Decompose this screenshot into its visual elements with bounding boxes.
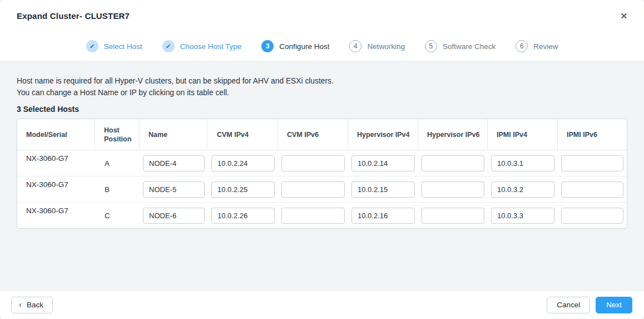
back-button[interactable]: ‹ Back xyxy=(11,297,53,313)
step-software-check: 5 Software Check xyxy=(425,40,496,52)
model-serial-cell: NX-3060-G7 xyxy=(17,176,95,202)
ipmi-ipv6-input[interactable] xyxy=(561,208,623,224)
check-icon: ✓ xyxy=(86,40,98,52)
col-header-ipmi-ipv6: IPMI IPv6 xyxy=(558,119,627,150)
check-icon: ✓ xyxy=(162,40,175,52)
expand-cluster-dialog: Expand Cluster- CLUSTER7 ✕ ✓ Select Host… xyxy=(0,0,644,319)
step-number-badge: 4 xyxy=(349,40,361,52)
ipmi-ipv4-input[interactable] xyxy=(491,208,554,224)
hypervisor-ipv4-input[interactable] xyxy=(351,208,415,224)
selected-hosts-count: 3 Selected Hosts xyxy=(17,105,627,114)
cancel-button-label: Cancel xyxy=(557,301,580,309)
ipmi-ipv6-input[interactable] xyxy=(561,155,623,171)
cvm-ipv6-input[interactable] xyxy=(281,208,345,224)
back-button-label: Back xyxy=(27,301,43,309)
dialog-footer: ‹ Back Cancel Next xyxy=(0,290,644,319)
step-label: Review xyxy=(533,42,558,51)
col-header-name: Name xyxy=(140,119,208,150)
model-serial-cell: NX-3060-G7 xyxy=(17,203,95,228)
next-button[interactable]: Next xyxy=(596,297,632,313)
table-row: NX-3060-G7 B xyxy=(17,176,627,203)
model-serial-cell: NX-3060-G7 xyxy=(17,150,95,176)
dialog-header: Expand Cluster- CLUSTER7 ✕ xyxy=(0,0,644,32)
cvm-ipv4-input[interactable] xyxy=(211,155,275,171)
chevron-left-icon: ‹ xyxy=(19,300,22,308)
step-label: Software Check xyxy=(443,42,496,51)
step-choose-host-type[interactable]: ✓ Choose Host Type xyxy=(162,40,242,52)
ipmi-ipv4-input[interactable] xyxy=(491,181,554,198)
table-row: NX-3060-G7 C xyxy=(17,203,627,228)
step-review: 6 Review xyxy=(516,40,558,52)
hypervisor-ipv4-input[interactable] xyxy=(351,181,415,198)
hypervisor-ipv6-input[interactable] xyxy=(422,155,484,171)
close-icon: ✕ xyxy=(620,11,627,21)
cvm-ipv4-input[interactable] xyxy=(211,181,275,198)
hypervisor-ipv4-input[interactable] xyxy=(351,155,415,171)
hypervisor-ipv6-input[interactable] xyxy=(422,208,484,224)
next-button-label: Next xyxy=(606,301,622,309)
step-label: Choose Host Type xyxy=(180,42,242,51)
col-header-hypervisor-ipv6: Hypervisor IPv6 xyxy=(418,119,488,150)
ipmi-ipv6-input[interactable] xyxy=(561,181,623,198)
step-label: Networking xyxy=(367,42,405,51)
cvm-ipv4-input[interactable] xyxy=(211,208,275,224)
step-number-badge: 5 xyxy=(425,40,437,52)
cvm-ipv6-input[interactable] xyxy=(281,181,345,198)
host-position-cell: B xyxy=(95,176,140,202)
step-label: Configure Host xyxy=(279,42,329,51)
selected-hosts-table: Model/Serial Host Position Name CVM IPv4… xyxy=(17,119,627,229)
host-name-input[interactable] xyxy=(143,208,205,224)
wizard-stepper: ✓ Select Host ✓ Choose Host Type 3 Confi… xyxy=(0,32,644,61)
col-header-hypervisor-ipv4: Hypervisor IPv4 xyxy=(348,119,418,150)
step-number-badge: 6 xyxy=(516,40,528,52)
description-line-2: You can change a Host Name or IP by clic… xyxy=(17,87,627,99)
host-position-cell: A xyxy=(95,150,140,176)
cancel-button[interactable]: Cancel xyxy=(547,297,590,313)
host-position-cell: C xyxy=(95,203,140,228)
step-configure-host[interactable]: 3 Configure Host xyxy=(261,40,329,52)
cvm-ipv6-input[interactable] xyxy=(281,155,345,171)
dialog-body: Host name is required for all Hyper-V cl… xyxy=(0,61,644,290)
close-button[interactable]: ✕ xyxy=(618,9,630,22)
col-header-cvm-ipv6: CVM IPv6 xyxy=(278,119,348,150)
table-row: NX-3060-G7 A xyxy=(17,150,627,176)
col-header-model-serial: Model/Serial xyxy=(17,119,95,150)
hypervisor-ipv6-input[interactable] xyxy=(422,181,484,198)
host-name-input[interactable] xyxy=(143,155,205,171)
ipmi-ipv4-input[interactable] xyxy=(491,155,554,171)
host-name-input[interactable] xyxy=(143,181,205,198)
col-header-ipmi-ipv4: IPMI IPv4 xyxy=(488,119,558,150)
step-number-badge: 3 xyxy=(261,40,274,52)
col-header-cvm-ipv4: CVM IPv4 xyxy=(208,119,278,150)
step-select-host[interactable]: ✓ Select Host xyxy=(86,40,142,52)
step-label: Select Host xyxy=(104,42,142,51)
col-header-host-position: Host Position xyxy=(95,119,140,150)
dialog-title: Expand Cluster- CLUSTER7 xyxy=(17,11,130,21)
description-line-1: Host name is required for all Hyper-V cl… xyxy=(17,75,627,87)
step-networking: 4 Networking xyxy=(349,40,405,52)
footer-actions: Cancel Next xyxy=(547,297,632,313)
table-header-row: Model/Serial Host Position Name CVM IPv4… xyxy=(17,119,627,150)
